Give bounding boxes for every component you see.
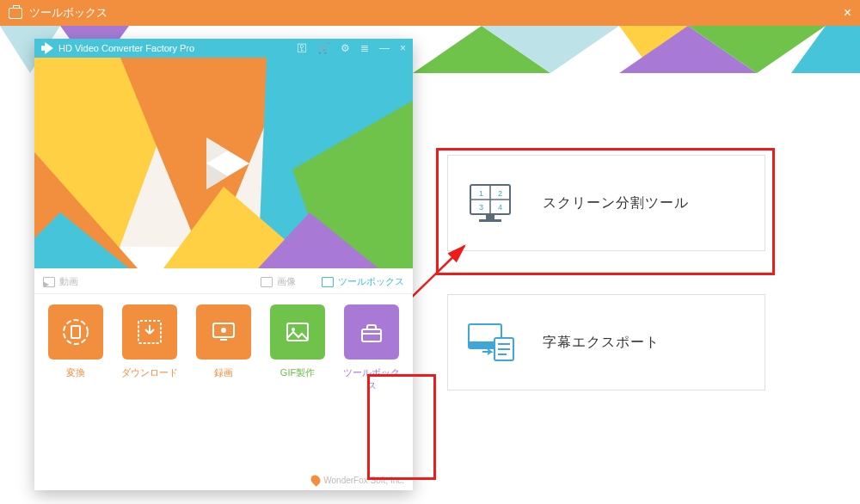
tile-gif[interactable]: GIF製作 (265, 304, 330, 392)
app-header: HD Video Converter Factory Pro ⚿ 🛒 ⚙ ≣ —… (34, 39, 413, 58)
tile-toolbox-label: ツールボックス (339, 366, 404, 392)
tool-subtitle-export[interactable]: 字幕エクスポート (447, 294, 765, 390)
tile-convert-label: 変換 (43, 366, 108, 379)
tile-record[interactable]: 録画 (191, 304, 256, 392)
svg-rect-27 (220, 339, 227, 341)
hero-banner (34, 58, 413, 268)
tile-download[interactable]: ダウンロード (117, 304, 182, 392)
tool-screen-split[interactable]: 1 2 3 4 スクリーン分割ツール (447, 155, 765, 251)
record-icon (196, 304, 251, 360)
wonderfox-icon (309, 473, 322, 487)
svg-point-26 (221, 328, 226, 333)
svg-rect-30 (362, 329, 381, 341)
function-tiles: 変換 ダウンロード 録画 GIF製作 ツールボックス (34, 294, 413, 401)
key-icon[interactable]: ⚿ (297, 42, 307, 54)
svg-point-22 (64, 320, 88, 344)
svg-text:1: 1 (479, 189, 483, 198)
app-footer: WonderFox Soft, Inc. (311, 475, 404, 485)
svg-rect-28 (287, 323, 308, 341)
app-title: HD Video Converter Factory Pro (58, 43, 194, 53)
tile-download-label: ダウンロード (117, 366, 182, 379)
window-title-bar: ツールボックス × (0, 0, 860, 26)
menu-icon[interactable]: ≣ (360, 42, 369, 54)
minimize-button[interactable]: — (379, 42, 390, 54)
toolbox-icon (9, 8, 22, 19)
gear-icon[interactable]: ⚙ (341, 42, 350, 54)
convert-icon (48, 304, 103, 360)
svg-text:2: 2 (498, 189, 502, 198)
tile-record-label: 録画 (191, 366, 256, 379)
tile-gif-label: GIF製作 (265, 366, 330, 379)
svg-rect-23 (71, 326, 80, 338)
tab-image[interactable]: 画像 (261, 275, 296, 288)
tile-convert[interactable]: 変換 (43, 304, 108, 392)
cart-icon[interactable]: 🛒 (317, 42, 330, 54)
tab-video[interactable]: 動画 (43, 275, 78, 288)
tool-subtitle-export-label: 字幕エクスポート (543, 334, 660, 352)
gif-icon (270, 304, 325, 360)
tile-toolbox[interactable]: ツールボックス (339, 304, 404, 392)
close-button[interactable]: × (844, 5, 851, 21)
app-logo-icon (41, 42, 53, 54)
app-window: HD Video Converter Factory Pro ⚿ 🛒 ⚙ ≣ —… (34, 39, 413, 490)
download-icon (122, 304, 177, 360)
app-close-button[interactable]: × (400, 42, 406, 54)
svg-rect-41 (479, 219, 501, 222)
tool-list: 1 2 3 4 スクリーン分割ツール 字幕エクスポート (447, 155, 765, 433)
subtitle-export-icon (465, 321, 517, 364)
svg-point-29 (292, 328, 295, 331)
svg-rect-40 (486, 214, 494, 219)
window-title: ツールボックス (29, 5, 108, 21)
screen-split-icon: 1 2 3 4 (465, 181, 517, 224)
tab-toolbox[interactable]: ツールボックス (322, 275, 404, 288)
play-logo-icon (189, 129, 258, 198)
svg-text:3: 3 (479, 203, 483, 212)
tool-screen-split-label: スクリーン分割ツール (543, 194, 689, 212)
toolbox-tile-icon (344, 304, 399, 360)
svg-text:4: 4 (498, 203, 502, 212)
category-tabs: 動画 画像 ツールボックス (34, 268, 413, 294)
